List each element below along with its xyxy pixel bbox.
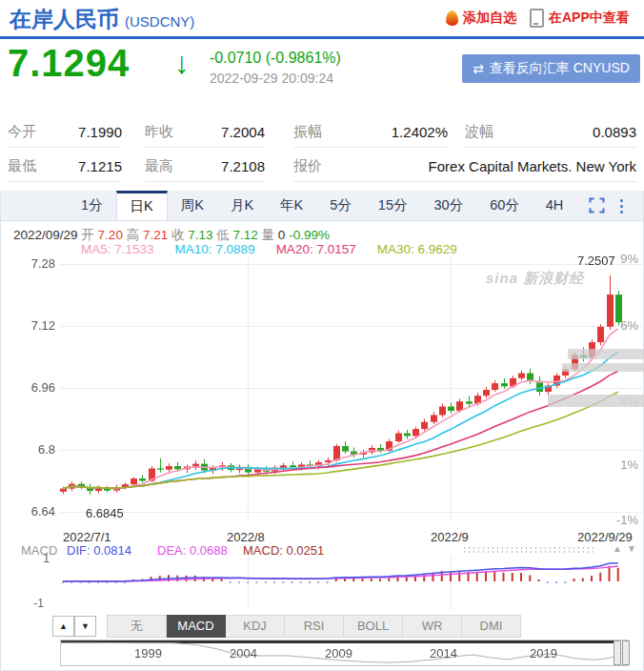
quote-timestamp: 2022-09-29 20:09:24 bbox=[210, 71, 333, 86]
stat-value: 7.1990 bbox=[78, 124, 122, 140]
fullscreen-icon[interactable] bbox=[589, 197, 605, 214]
navigator-year: 2009 bbox=[325, 646, 352, 661]
x-axis-label: 2022/9 bbox=[431, 530, 469, 544]
tab-60min[interactable]: 60分 bbox=[476, 191, 533, 220]
gray-band bbox=[568, 349, 644, 359]
tab-daily-k[interactable]: 日K bbox=[116, 191, 168, 220]
usdcny-quote-page: 在岸人民币(USDCNY) 添加自选 在APP中查看 7.1294 ↓ -0.0… bbox=[0, 0, 644, 671]
indicator-tab-dmi[interactable]: DMI bbox=[462, 615, 521, 638]
stat-label: 报价 bbox=[293, 157, 322, 175]
candlestick-chart[interactable] bbox=[0, 254, 644, 530]
sina-watermark: sina 新浪财经 bbox=[486, 270, 584, 288]
indicator-tab-rsi[interactable]: RSI bbox=[285, 615, 344, 638]
swap-icon: ⇄ bbox=[473, 61, 484, 76]
navigator-year: 2019 bbox=[530, 646, 557, 661]
chart-toolbar bbox=[589, 197, 623, 214]
tab-5min[interactable]: 5分 bbox=[316, 191, 365, 220]
y-axis-label: 6.64 bbox=[0, 504, 55, 518]
pct-axis-label: 1% bbox=[620, 458, 638, 472]
gray-band bbox=[562, 363, 644, 372]
tab-30min[interactable]: 30分 bbox=[420, 191, 476, 220]
navigator-year: 2004 bbox=[230, 646, 257, 661]
stat-value: 7.2108 bbox=[221, 158, 265, 174]
navigator-handle-right[interactable] bbox=[622, 640, 630, 665]
range-navigator[interactable]: 1999 2004 2009 2014 2019 bbox=[60, 640, 629, 666]
phone-icon bbox=[530, 9, 544, 28]
indicator-tab-wr[interactable]: WR bbox=[403, 615, 462, 638]
page-title: 在岸人民币(USDCNY) bbox=[10, 5, 194, 34]
stat-range: 波幅 0.0893 bbox=[465, 116, 636, 148]
scale-down-button[interactable]: ▼ bbox=[74, 616, 96, 637]
more-options-icon[interactable] bbox=[620, 199, 623, 202]
macd-chart[interactable] bbox=[0, 555, 644, 610]
view-in-app-button[interactable]: 在APP中查看 bbox=[530, 9, 630, 28]
page-header: 在岸人民币(USDCNY) 添加自选 在APP中查看 bbox=[0, 0, 644, 39]
y-axis-label: 7.28 bbox=[0, 256, 55, 271]
collapse-down-icon[interactable]: ▼ bbox=[627, 543, 636, 554]
instrument-code: (USDCNY) bbox=[125, 13, 194, 30]
stat-value: 1.2402% bbox=[392, 124, 448, 140]
down-triangle-icon: ▼ bbox=[81, 621, 90, 631]
stat-label: 昨收 bbox=[145, 123, 173, 141]
tab-yearly-k[interactable]: 年K bbox=[267, 191, 316, 220]
view-in-app-label: 在APP中查看 bbox=[549, 10, 630, 27]
indicator-tab-boll[interactable]: BOLL bbox=[344, 615, 403, 638]
flame-icon bbox=[446, 10, 459, 27]
stat-value: 0.0893 bbox=[593, 124, 636, 140]
stat-open: 今开 7.1990 bbox=[8, 116, 122, 148]
stat-quote-source: 报价 Forex Capital Markets. New York bbox=[293, 151, 636, 182]
indicator-tab-kdj[interactable]: KDJ bbox=[226, 615, 285, 638]
up-triangle-icon: ▲ bbox=[59, 621, 68, 631]
y-axis-label: 6.96 bbox=[0, 380, 55, 395]
stat-amplitude: 振幅 1.2402% bbox=[293, 116, 448, 148]
indicator-tab-macd[interactable]: MACD bbox=[167, 615, 226, 638]
x-axis-label: 2022/7/1 bbox=[63, 530, 111, 544]
ohlc-date: 2022/09/29 bbox=[13, 228, 78, 242]
stat-low: 最低 7.1215 bbox=[8, 151, 122, 182]
price-change: -0.0710 (-0.9861%) bbox=[210, 50, 341, 67]
pct-axis-label: 6% bbox=[620, 318, 638, 333]
stat-label: 波幅 bbox=[465, 123, 493, 141]
indicator-tab-none[interactable]: 无 bbox=[107, 615, 167, 638]
collapse-up-icon[interactable]: ▲ bbox=[613, 543, 622, 554]
reverse-rate-button[interactable]: ⇄ 查看反向汇率 CNYUSD bbox=[462, 54, 640, 83]
gray-band bbox=[548, 395, 644, 407]
stat-label: 最低 bbox=[8, 157, 36, 175]
stat-prev-close: 昨收 7.2004 bbox=[145, 116, 265, 148]
add-watchlist-button[interactable]: 添加自选 bbox=[446, 9, 516, 28]
tab-4h[interactable]: 4H bbox=[533, 191, 577, 220]
indicator-tabbar: 无 MACD KDJ RSI BOLL WR DMI bbox=[107, 615, 521, 638]
instrument-name: 在岸人民币 bbox=[10, 7, 119, 31]
navigator-year: 1999 bbox=[134, 646, 162, 661]
add-watchlist-label: 添加自选 bbox=[463, 10, 516, 27]
reverse-rate-label: 查看反向汇率 CNYUSD bbox=[490, 60, 630, 77]
stat-label: 最高 bbox=[145, 157, 173, 175]
last-price: 7.1294 bbox=[8, 42, 130, 85]
pct-axis-label: -1% bbox=[616, 513, 638, 527]
y-axis-label: 6.8 bbox=[0, 442, 55, 457]
stat-label: 今开 bbox=[8, 123, 36, 141]
stat-value: 7.1215 bbox=[78, 158, 122, 174]
period-high-label: 7.2507 bbox=[577, 254, 615, 268]
period-tabbar: 1分 日K 周K 月K 年K 5分 15分 30分 60分 4H bbox=[1, 191, 643, 221]
stat-label: 振幅 bbox=[293, 123, 322, 141]
tab-15min[interactable]: 15分 bbox=[365, 191, 421, 220]
stat-value: Forex Capital Markets. New York bbox=[429, 158, 636, 174]
x-axis-label: 2022/9/29 bbox=[577, 530, 633, 544]
tab-1min[interactable]: 1分 bbox=[68, 191, 116, 220]
stat-high: 最高 7.2108 bbox=[145, 151, 265, 182]
pct-axis-label: 9% bbox=[620, 252, 638, 266]
navigator-handle-left[interactable] bbox=[614, 640, 621, 665]
macd-dotted-strip bbox=[462, 546, 594, 554]
period-low-label: 6.6845 bbox=[86, 506, 124, 520]
x-axis-label: 2022/8 bbox=[227, 530, 265, 544]
down-arrow-icon: ↓ bbox=[174, 46, 190, 81]
navigator-year: 2014 bbox=[430, 646, 457, 661]
scale-up-button[interactable]: ▲ bbox=[52, 616, 74, 637]
tab-monthly-k[interactable]: 月K bbox=[217, 191, 267, 220]
stat-value: 7.2004 bbox=[221, 124, 265, 140]
tab-weekly-k[interactable]: 周K bbox=[168, 191, 217, 220]
y-axis-label: 7.12 bbox=[0, 318, 55, 333]
